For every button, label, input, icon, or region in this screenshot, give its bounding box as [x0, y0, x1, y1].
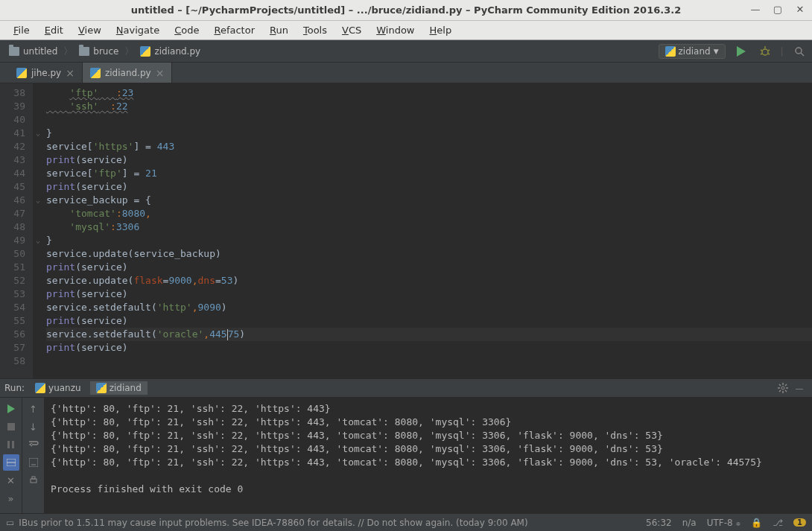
svg-line-3	[768, 50, 770, 51]
menu-navigate[interactable]: Navigate	[110, 22, 165, 38]
caret-position[interactable]: 56:32	[646, 518, 672, 528]
stop-button[interactable]	[3, 419, 19, 435]
svg-line-14	[785, 390, 787, 392]
window-title: untitled – [~/PycharmProjects/untitled] …	[131, 4, 681, 16]
debug-button[interactable]	[757, 43, 773, 60]
editor-tab[interactable]: zidiand.py×	[83, 63, 172, 83]
close-button[interactable]: ✕	[794, 3, 806, 15]
svg-line-13	[779, 384, 781, 386]
status-bar: ▭ IBus prior to 1.5.11 may cause input p…	[0, 513, 812, 531]
python-file-icon	[96, 383, 107, 393]
rerun-button[interactable]	[3, 401, 19, 417]
console-output[interactable]: {'http': 80, 'ftp': 21, 'ssh': 22, 'http…	[45, 398, 812, 513]
svg-rect-24	[31, 479, 37, 483]
run-config-label: zidiand	[679, 46, 711, 57]
svg-rect-25	[32, 477, 35, 479]
svg-rect-18	[7, 441, 10, 448]
run-tab[interactable]: yuanzu	[29, 381, 87, 395]
svg-rect-19	[12, 441, 14, 448]
python-file-icon	[90, 68, 101, 78]
expand-button[interactable]: »	[3, 490, 19, 506]
svg-line-16	[785, 384, 787, 386]
menu-view[interactable]: View	[72, 22, 107, 38]
window-titlebar: untitled – [~/PycharmProjects/untitled] …	[0, 0, 812, 21]
search-everywhere-button[interactable]	[791, 43, 808, 60]
git-icon[interactable]: ⎇	[773, 518, 783, 528]
menu-tools[interactable]: Tools	[297, 22, 333, 38]
line-number-gutter: 3839404142434445464748495051525354555657…	[0, 83, 33, 378]
python-file-icon	[16, 68, 27, 78]
run-config-selector[interactable]: zidiand ▼	[659, 44, 726, 59]
menu-run[interactable]: Run	[264, 22, 294, 38]
folder-icon	[9, 47, 19, 56]
close-tab-button[interactable]: ✕	[3, 472, 19, 489]
code-editor[interactable]: 3839404142434445464748495051525354555657…	[0, 83, 812, 378]
menu-help[interactable]: Help	[424, 22, 458, 38]
breadcrumb-project[interactable]: untitled	[4, 46, 62, 57]
run-toolbar-sub: ↑ ↓	[22, 398, 45, 513]
status-icon: ▭	[6, 518, 14, 528]
scroll-to-end-button[interactable]	[25, 454, 42, 471]
navigation-bar: untitled 〉 bruce 〉 zidiand.py zidiand ▼ …	[0, 40, 812, 63]
svg-rect-17	[7, 423, 15, 430]
breadcrumb-label: zidiand.py	[154, 46, 200, 57]
breadcrumb-label: bruce	[93, 46, 118, 57]
svg-line-15	[779, 390, 781, 392]
toggle-layout-button[interactable]	[3, 454, 19, 471]
run-tab[interactable]: zidiand	[90, 381, 148, 395]
svg-line-5	[768, 54, 770, 54]
breadcrumb-folder[interactable]: bruce	[74, 46, 123, 57]
tab-label: jihe.py	[31, 68, 61, 78]
svg-point-0	[762, 49, 768, 55]
run-toolwindow: ✕ » ↑ ↓ {'http': 80, 'ftp': 21, 'ssh': 2…	[0, 398, 812, 513]
soft-wrap-button[interactable]	[25, 436, 42, 453]
maximize-button[interactable]: ▢	[772, 3, 784, 15]
code-area[interactable]: 'ftp' :23 'ssh' :22 }service['https'] = …	[43, 83, 812, 378]
down-stack-button[interactable]: ↓	[25, 419, 42, 435]
close-icon[interactable]: ×	[156, 67, 165, 79]
menu-refactor[interactable]: Refactor	[208, 22, 261, 38]
menu-code[interactable]: Code	[168, 22, 205, 38]
pause-button[interactable]	[3, 436, 19, 453]
menu-edit[interactable]: Edit	[39, 22, 69, 38]
fold-gutter[interactable]: ⌄⌄⌄	[33, 83, 43, 378]
gear-icon[interactable]	[775, 380, 791, 396]
chevron-down-icon: ▼	[714, 48, 719, 55]
insert-mode[interactable]: n/a	[682, 518, 697, 528]
menubar: FileEditViewNavigateCodeRefactorRunTools…	[0, 21, 812, 40]
event-badge[interactable]: 1	[793, 518, 806, 527]
chevron-right-icon: 〉	[62, 45, 74, 58]
hide-button[interactable]: —	[791, 380, 808, 396]
python-file-icon	[140, 46, 150, 57]
run-toolwindow-header: Run: yuanzuzidiand —	[0, 378, 812, 398]
breadcrumb-label: untitled	[23, 46, 57, 57]
python-file-icon	[35, 383, 45, 393]
editor-tab[interactable]: jihe.py×	[9, 63, 83, 83]
run-toolbar-left: ✕ »	[0, 398, 22, 513]
menu-vcs[interactable]: VCS	[336, 22, 367, 38]
svg-point-6	[796, 48, 802, 54]
status-message[interactable]: IBus prior to 1.5.11 may cause input pro…	[19, 518, 527, 528]
folder-icon	[79, 47, 89, 56]
up-stack-button[interactable]: ↑	[25, 401, 42, 417]
run-label: Run:	[4, 383, 25, 393]
close-icon[interactable]: ×	[66, 67, 74, 79]
svg-line-4	[761, 54, 762, 54]
editor-tabs: jihe.py×zidiand.py×	[0, 63, 812, 83]
svg-line-2	[761, 50, 762, 51]
chevron-right-icon: 〉	[123, 45, 136, 58]
menu-window[interactable]: Window	[370, 22, 420, 38]
minimize-button[interactable]: —	[749, 3, 761, 15]
run-button[interactable]	[733, 43, 749, 60]
menu-file[interactable]: File	[7, 22, 36, 38]
svg-line-7	[801, 53, 804, 56]
breadcrumb-file[interactable]: zidiand.py	[136, 46, 205, 57]
python-file-icon	[665, 46, 676, 57]
encoding-selector[interactable]: UTF-8 ≑	[707, 518, 741, 528]
svg-point-8	[781, 387, 784, 389]
svg-rect-22	[29, 458, 38, 467]
tab-label: zidiand.py	[105, 68, 151, 78]
lock-icon[interactable]: 🔒	[751, 518, 762, 528]
print-button[interactable]	[25, 472, 42, 489]
